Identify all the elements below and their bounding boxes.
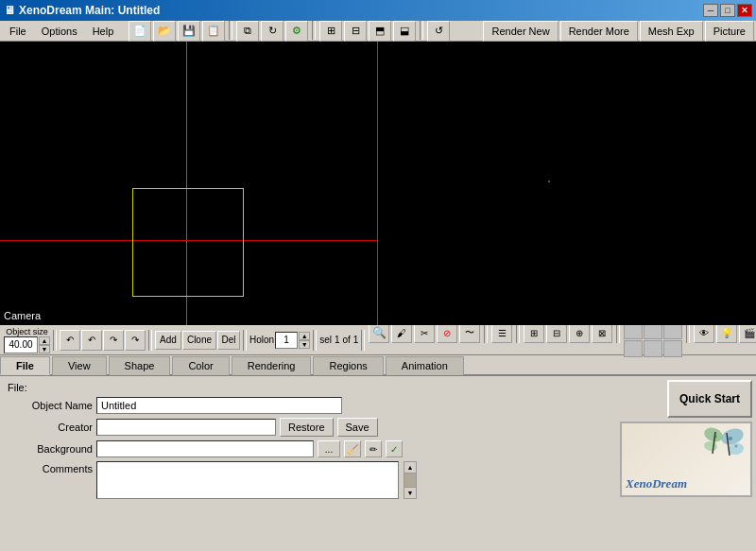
object-size-spinner[interactable]: ▲ ▼ <box>39 336 50 353</box>
butterfly-icon <box>696 425 748 468</box>
scale-icon-btn[interactable]: ⊞ <box>524 322 544 343</box>
copy-button[interactable]: ⧉ <box>236 21 259 42</box>
tab-regions[interactable]: Regions <box>313 356 383 375</box>
tab-color[interactable]: Color <box>172 356 229 375</box>
menu-help[interactable]: Help <box>85 24 122 39</box>
toolbar-separator-1 <box>229 21 232 40</box>
viewport-left[interactable]: Camera <box>0 42 378 325</box>
holon-spin-down[interactable]: ▼ <box>299 340 310 349</box>
grid-button[interactable]: ⊞ <box>319 21 342 42</box>
wave-icon-btn[interactable]: 〜 <box>459 322 480 343</box>
select-icon-btn[interactable]: ⊟ <box>546 322 567 343</box>
grid-cell-6[interactable] <box>663 340 682 357</box>
list-icon-btn[interactable]: ☰ <box>491 322 512 343</box>
spin-up[interactable]: ▲ <box>39 336 50 345</box>
logo-box: XenoDream <box>620 422 752 497</box>
move-icon-btn[interactable]: ⊠ <box>592 322 612 343</box>
close-button[interactable]: ✕ <box>737 4 752 17</box>
light-icon-btn[interactable]: 💡 <box>716 322 737 343</box>
grid-cell-4[interactable] <box>624 340 643 357</box>
title-bar-controls: ─ □ ✕ <box>703 4 752 17</box>
settings-button[interactable]: ⚙ <box>285 21 308 42</box>
bottom-area: File: Object Name Creator Restore Save B… <box>0 376 756 513</box>
comments-textarea[interactable] <box>96 461 399 499</box>
bottom-right-panel: Quick Start XenoDream <box>605 376 756 513</box>
tab-animation[interactable]: Animation <box>386 356 464 375</box>
mesh-exp-button[interactable]: Mesh Exp <box>640 21 703 42</box>
creator-label: Creator <box>8 422 93 433</box>
comments-label: Comments <box>8 463 93 474</box>
creator-row: Creator Restore Save <box>8 418 597 437</box>
edit-bg-icon[interactable]: ✏ <box>365 440 382 457</box>
logo-text: XenoDream <box>626 476 687 491</box>
object-name-input[interactable] <box>96 397 342 414</box>
scene-icon-btn[interactable]: 🎬 <box>739 322 756 343</box>
quick-start-button[interactable]: Quick Start <box>667 380 752 418</box>
tab-shape[interactable]: Shape <box>109 356 171 375</box>
viewport-right[interactable] <box>378 42 756 325</box>
save-file-button[interactable]: Save <box>337 418 378 437</box>
scissors-icon-btn[interactable]: ✂ <box>414 322 435 343</box>
view-button[interactable]: ⊟ <box>344 21 367 42</box>
toolbar-separator-3 <box>420 21 423 40</box>
object-size-label: Object size <box>6 327 48 336</box>
comments-scroll-down[interactable]: ▼ <box>404 487 416 498</box>
render-new-button[interactable]: Render New <box>483 21 558 42</box>
maximize-button[interactable]: □ <box>720 4 735 17</box>
search-icon-btn[interactable]: 🔍 <box>369 322 389 343</box>
stop-icon-btn[interactable]: ⊘ <box>437 322 457 343</box>
del-button[interactable]: Del <box>217 331 240 350</box>
redo-button[interactable]: ↷ <box>103 330 124 351</box>
comments-scroll-up[interactable]: ▲ <box>404 462 416 474</box>
refresh-button[interactable]: ↺ <box>427 21 450 42</box>
toolbar2: Object size ▲ ▼ ↶ ↶ ↷ ↷ Add Clone Del Ho… <box>0 325 756 355</box>
import-button[interactable]: ⬓ <box>393 21 416 42</box>
spin-down[interactable]: ▼ <box>39 345 50 353</box>
comments-row: Comments ▲ ▼ <box>8 461 597 499</box>
tab-view[interactable]: View <box>52 356 107 375</box>
save-button[interactable]: 💾 <box>178 21 200 42</box>
creator-input[interactable] <box>96 419 276 436</box>
redo2-button[interactable]: ↷ <box>125 330 146 351</box>
undo2-button[interactable]: ↶ <box>81 330 102 351</box>
picture-button[interactable]: Picture <box>705 21 754 42</box>
browse-button[interactable]: ... <box>318 440 340 457</box>
sel-value: 1 <box>335 335 340 345</box>
file-label-row: File: <box>8 382 597 393</box>
menu-options[interactable]: Options <box>34 24 85 39</box>
rotate-button[interactable]: ↻ <box>261 21 284 42</box>
open-button[interactable]: 📂 <box>153 21 176 42</box>
holon-spin-up[interactable]: ▲ <box>299 332 310 340</box>
save-as-button[interactable]: 📋 <box>202 21 225 42</box>
new-file-button[interactable]: 📄 <box>129 21 151 42</box>
background-input[interactable] <box>96 440 314 457</box>
add-button[interactable]: Add <box>155 331 181 350</box>
main-area: Camera <box>0 42 756 325</box>
object-size-input[interactable] <box>4 336 38 353</box>
view3d-icon-btn[interactable]: 👁 <box>694 322 714 343</box>
holon-input[interactable] <box>275 332 298 349</box>
paint-icon-btn[interactable]: 🖌 <box>391 322 412 343</box>
restore-button[interactable]: Restore <box>280 418 334 437</box>
tab-rendering[interactable]: Rendering <box>232 356 312 375</box>
undo-button[interactable]: ↶ <box>60 330 80 351</box>
grid-icons <box>624 322 682 357</box>
object-name-label: Object Name <box>8 400 93 411</box>
minimize-button[interactable]: ─ <box>703 4 718 17</box>
check-bg-icon[interactable]: ✓ <box>386 440 403 457</box>
holon-spinner[interactable]: ▲ ▼ <box>299 332 310 349</box>
render-more-button[interactable]: Render More <box>560 21 638 42</box>
sel-label: sel <box>319 335 332 345</box>
grid-cell-5[interactable] <box>644 340 662 357</box>
menu-file[interactable]: File <box>2 24 34 39</box>
background-row: Background ... 🧹 ✏ ✓ <box>8 440 597 457</box>
t2-sep-5 <box>361 330 365 351</box>
center-dot <box>548 181 550 182</box>
clear-bg-icon[interactable]: 🧹 <box>344 440 361 457</box>
selection-rect <box>132 188 244 297</box>
object-name-row: Object Name <box>8 397 597 414</box>
tab-file[interactable]: File <box>0 356 50 375</box>
transform-icon-btn[interactable]: ⊕ <box>569 322 590 343</box>
clone-button[interactable]: Clone <box>182 331 216 350</box>
export-button[interactable]: ⬒ <box>369 21 391 42</box>
